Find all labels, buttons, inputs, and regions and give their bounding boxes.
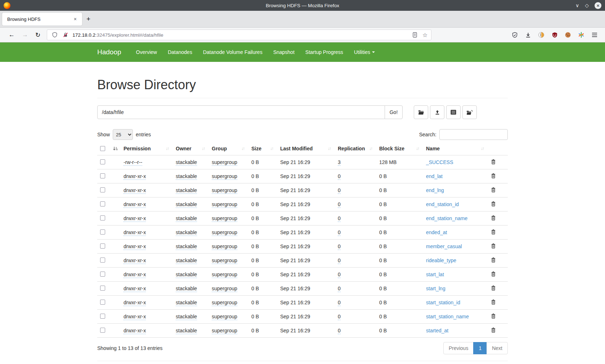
move-to-button[interactable] <box>462 105 477 119</box>
delete-file-button[interactable] <box>491 173 496 178</box>
permission-value[interactable]: drwxr-xr-x <box>124 244 146 250</box>
delete-file-button[interactable] <box>491 201 496 206</box>
delete-file-button[interactable] <box>491 285 496 291</box>
permission-value[interactable]: drwxr-xr-x <box>124 300 146 306</box>
replication-value[interactable]: 0 <box>338 286 341 292</box>
row-checkbox[interactable] <box>100 300 105 305</box>
upload-files-button[interactable] <box>430 105 444 119</box>
group-value[interactable]: supergroup <box>212 286 237 292</box>
menu-hamburger-icon[interactable] <box>591 31 599 39</box>
reload-button[interactable]: ↻ <box>32 30 44 40</box>
owner-value[interactable]: stackable <box>176 229 197 236</box>
replication-value[interactable]: 0 <box>338 258 341 264</box>
file-name-link[interactable]: end_station_name <box>426 215 467 221</box>
group-value[interactable]: supergroup <box>212 258 237 264</box>
replication-value[interactable]: 0 <box>338 173 341 180</box>
group-value[interactable]: supergroup <box>212 244 237 250</box>
owner-value[interactable]: stackable <box>176 187 197 194</box>
owner-value[interactable]: stackable <box>176 314 197 320</box>
replication-value[interactable]: 0 <box>338 244 341 250</box>
group-value[interactable]: supergroup <box>212 272 237 278</box>
delete-file-button[interactable] <box>491 215 496 220</box>
cut-paste-button[interactable] <box>446 105 461 119</box>
permission-value[interactable]: -rw-r--r-- <box>124 159 142 166</box>
row-checkbox[interactable] <box>100 244 105 249</box>
group-value[interactable]: supergroup <box>212 173 237 180</box>
file-name-link[interactable]: start_station_id <box>426 300 460 305</box>
permission-value[interactable]: drwxr-xr-x <box>124 173 146 180</box>
delete-file-button[interactable] <box>491 243 496 249</box>
replication-value[interactable]: 0 <box>338 229 341 236</box>
delete-file-button[interactable] <box>491 271 496 277</box>
row-checkbox[interactable] <box>100 272 105 277</box>
replication-value[interactable]: 0 <box>338 187 341 194</box>
row-checkbox[interactable] <box>100 159 105 164</box>
permission-value[interactable]: drwxr-xr-x <box>124 258 146 264</box>
back-button[interactable]: ← <box>5 30 18 40</box>
permission-value[interactable]: drwxr-xr-x <box>124 314 146 320</box>
group-value[interactable]: supergroup <box>212 229 237 236</box>
replication-value[interactable]: 0 <box>338 272 341 278</box>
reader-view-icon[interactable] <box>411 31 419 39</box>
permission-value[interactable]: drwxr-xr-x <box>124 215 146 222</box>
replication-value[interactable]: 0 <box>338 300 341 306</box>
nav-datanode-volume-failures[interactable]: Datanode Volume Failures <box>198 42 268 62</box>
delete-file-button[interactable] <box>491 299 496 305</box>
group-value[interactable]: supergroup <box>212 328 237 334</box>
tracking-shield-icon[interactable] <box>51 31 59 39</box>
owner-value[interactable]: stackable <box>176 159 197 166</box>
create-directory-button[interactable] <box>414 105 428 119</box>
row-checkbox[interactable] <box>100 286 105 291</box>
file-name-link[interactable]: rideable_type <box>426 258 456 263</box>
group-value[interactable]: supergroup <box>212 159 237 166</box>
row-checkbox[interactable] <box>100 258 105 263</box>
permission-value[interactable]: drwxr-xr-x <box>124 187 146 194</box>
url-bar[interactable]: 172.18.0.2:32475/explorer.html#/data/hfi… <box>47 29 431 40</box>
file-name-link[interactable]: end_lng <box>426 187 444 193</box>
file-name-link[interactable]: start_station_name <box>426 314 469 319</box>
nav-datanodes[interactable]: Datanodes <box>162 42 198 62</box>
group-value[interactable]: supergroup <box>212 300 237 306</box>
replication-value[interactable]: 0 <box>338 328 341 334</box>
replication-value[interactable]: 0 <box>338 215 341 222</box>
nav-snapshot[interactable]: Snapshot <box>268 42 300 62</box>
ublock-origin-icon[interactable] <box>551 31 559 39</box>
permission-value[interactable]: drwxr-xr-x <box>124 286 146 292</box>
window-minimize-icon[interactable]: ∨ <box>575 3 579 8</box>
delete-file-button[interactable] <box>491 229 496 235</box>
owner-value[interactable]: stackable <box>176 286 197 292</box>
window-close-icon[interactable]: × <box>595 2 601 9</box>
new-tab-button[interactable]: + <box>82 14 95 24</box>
browser-tab[interactable]: Browsing HDFS × <box>2 13 82 26</box>
header-replication[interactable]: Replication↓↑ <box>335 142 376 155</box>
row-checkbox[interactable] <box>100 229 105 235</box>
delete-file-button[interactable] <box>491 327 496 333</box>
cookie-addon-icon[interactable] <box>564 31 572 39</box>
file-name-link[interactable]: end_station_id <box>426 201 459 207</box>
header-size[interactable]: Size↓↑ <box>248 142 277 155</box>
row-checkbox[interactable] <box>100 328 105 333</box>
group-value[interactable]: supergroup <box>212 201 237 208</box>
delete-file-button[interactable] <box>491 313 496 319</box>
owner-value[interactable]: stackable <box>176 328 197 334</box>
group-value[interactable]: supergroup <box>212 187 237 194</box>
file-name-link[interactable]: started_at <box>426 328 448 333</box>
header-select-all[interactable] <box>97 142 121 155</box>
downloads-icon[interactable] <box>524 31 532 39</box>
row-checkbox[interactable] <box>100 314 105 319</box>
file-name-link[interactable]: _SUCCESS <box>426 159 453 165</box>
permission-value[interactable]: drwxr-xr-x <box>124 201 146 208</box>
page-1-button[interactable]: 1 <box>473 342 487 354</box>
tab-close-icon[interactable]: × <box>72 15 79 23</box>
extension-badge-icon[interactable] <box>537 31 545 39</box>
bookmark-star-icon[interactable]: ☆ <box>422 32 427 38</box>
permission-value[interactable]: drwxr-xr-x <box>124 272 146 278</box>
file-name-link[interactable]: start_lat <box>426 272 444 277</box>
navbar-brand-hadoop[interactable]: Hadoop <box>97 48 131 56</box>
permission-value[interactable]: drwxr-xr-x <box>124 328 146 334</box>
select-all-checkbox[interactable] <box>100 146 105 151</box>
nav-overview[interactable]: Overview <box>131 42 162 62</box>
forward-button[interactable]: → <box>18 30 32 40</box>
owner-value[interactable]: stackable <box>176 201 197 208</box>
row-checkbox[interactable] <box>100 187 105 192</box>
